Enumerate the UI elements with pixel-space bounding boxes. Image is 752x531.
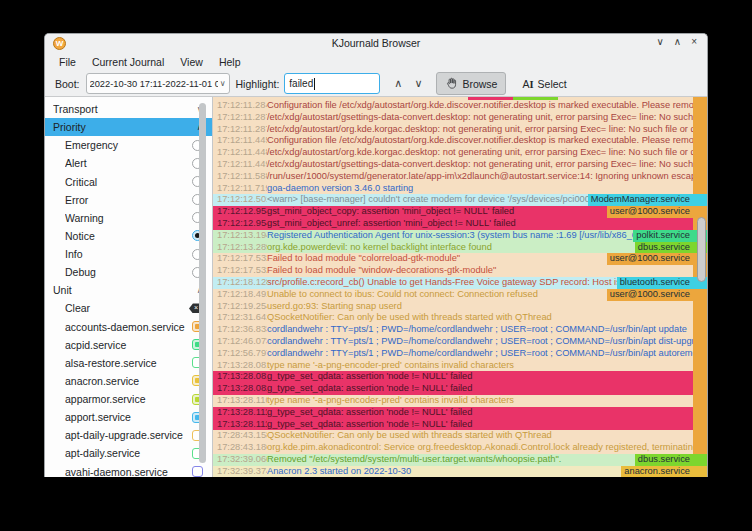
menu-item-help[interactable]: Help [211, 54, 249, 70]
log-entry[interactable]: 17:12:11.449/etc/xdg/autostart/gsettings… [213, 159, 707, 171]
log-entry[interactable]: 17:12:13.194Registered Authentication Ag… [213, 230, 707, 242]
unit-filter-anacron-service[interactable]: anacron.service [45, 372, 212, 390]
log-partial-row [213, 97, 707, 100]
priority-option-error[interactable]: Error [45, 191, 212, 209]
close-button[interactable]: × [691, 36, 697, 47]
sidebar-label: alsa-restore.service [65, 357, 192, 369]
browse-button[interactable]: Browse [436, 72, 506, 95]
log-entry[interactable]: 17:13:28.082g_type_set_qdata: assertion … [213, 383, 707, 395]
log-entry[interactable]: 17:13:28.110type name '-a-png-encoder-pr… [213, 395, 707, 407]
log-timestamp: 17:12:12.954 [213, 218, 267, 230]
unit-color-stripe [693, 442, 707, 454]
hand-icon [445, 77, 458, 90]
unit-filter-avahi-daemon-service[interactable]: avahi-daemon.service [45, 463, 212, 478]
log-entry[interactable]: 17:13:28.111g_type_set_qdata: assertion … [213, 407, 707, 419]
unit-filter-alsa-restore-service[interactable]: alsa-restore.service [45, 354, 212, 372]
sidebar-scrollbar[interactable] [199, 103, 206, 463]
log-timestamp: 17:12:17.532 [213, 265, 267, 277]
log-entry[interactable]: 17:12:11.284Configuration file /etc/xdg/… [213, 100, 707, 112]
log-entry[interactable]: 17:32:39.066Removed "/etc/systemd/system… [213, 454, 707, 466]
log-timestamp: 17:12:11.448 [213, 147, 267, 159]
log-entry[interactable]: 17:12:12.501<warn> [base-manager] couldn… [213, 194, 707, 206]
log-entry[interactable]: 17:28:43.186org.kde.pim.akonadicontrol: … [213, 442, 707, 454]
highlight-input[interactable]: failed [284, 73, 380, 94]
log-timestamp: 17:13:28.081 [213, 360, 267, 372]
unit-clear-button[interactable]: Clear× [45, 299, 212, 317]
sidebar-section-unit[interactable]: Unit∧ [45, 281, 212, 299]
log-entry[interactable]: 17:13:28.081type name '-a-png-encoder-pr… [213, 360, 707, 372]
log-entry[interactable]: 17:12:31.641QSocketNotifier: Can only be… [213, 312, 707, 324]
log-entry[interactable]: 17:12:12.954gst_mini_object_copy: assert… [213, 206, 707, 218]
sidebar-section-priority[interactable]: Priority∧ [45, 118, 212, 136]
log-message: Removed "/etc/systemd/system/multi-user.… [267, 454, 635, 466]
unit-checkbox[interactable] [192, 466, 203, 477]
unit-filter-apport-service[interactable]: apport.service [45, 408, 212, 426]
log-timestamp: 17:28:43.158 [213, 430, 267, 442]
priority-option-info[interactable]: Info [45, 245, 212, 263]
log-entry[interactable]: 17:12:13.289org.kde.powerdevil: no kerne… [213, 242, 707, 254]
priority-option-critical[interactable]: Critical [45, 173, 212, 191]
log-timestamp: 17:12:11.588 [213, 171, 267, 183]
unit-filter-apparmor-service[interactable]: apparmor.service [45, 390, 212, 408]
log-entry[interactable]: 17:12:36.833cordlandwehr : TTY=pts/1 ; P… [213, 324, 707, 336]
log-entry[interactable]: 17:12:11.445Configuration file /etc/xdg/… [213, 135, 707, 147]
unit-filter-acpid-service[interactable]: acpid.service [45, 336, 212, 354]
kjournald-window: W KJournald Browser ∨∧× FileCurrent Jour… [44, 33, 708, 477]
sidebar-section-transport[interactable]: Transport∨ [45, 100, 212, 118]
log-entry[interactable]: 17:12:18.491Unable to connect to ibus: C… [213, 289, 707, 301]
log-entry[interactable]: 17:12:11.287/etc/xdg/autostart/org.kde.k… [213, 124, 707, 136]
log-entry[interactable]: 17:32:39.374Anacron 2.3 started on 2022-… [213, 466, 707, 477]
unit-badge: user@1000.service [607, 253, 693, 265]
unit-filter-accounts-daemon-service[interactable]: accounts-daemon.service [45, 318, 212, 336]
log-timestamp: 17:12:17.532 [213, 253, 267, 265]
priority-option-emergency[interactable]: Emergency [45, 136, 212, 154]
log-message: cordlandwehr : TTY=pts/1 ; PWD=/home/cor… [267, 336, 693, 348]
unit-filter-apt-daily-upgrade-service[interactable]: apt-daily-upgrade.service [45, 426, 212, 444]
log-message: Anacron 2.3 started on 2022-10-30 [267, 466, 621, 477]
log-message: /etc/xdg/autostart/gsettings-data-conver… [267, 159, 693, 171]
highlight-input-value: failed [289, 78, 313, 89]
sidebar-label: apt-daily.service [65, 447, 192, 459]
select-button[interactable]: AI Select [514, 72, 574, 95]
log-entry[interactable]: 17:13:28.081g_type_set_qdata: assertion … [213, 371, 707, 383]
log-message: Configuration file /etc/xdg/autostart/or… [267, 135, 693, 147]
find-previous-button[interactable]: ∧ [394, 77, 402, 90]
priority-option-alert[interactable]: Alert [45, 154, 212, 172]
sidebar-label: Priority [53, 121, 197, 133]
minimize-button[interactable]: ∨ [657, 36, 664, 47]
menu-item-view[interactable]: View [172, 54, 211, 70]
log-entry[interactable]: 17:28:43.158QSocketNotifier: Can only be… [213, 430, 707, 442]
log-entry[interactable]: 17:12:17.532Failed to load module "windo… [213, 265, 707, 277]
log-message: userd.go:93: Starting snap userd [267, 301, 693, 313]
maximize-button[interactable]: ∧ [674, 36, 681, 47]
log-entry[interactable]: 17:13:28.111g_type_set_qdata: assertion … [213, 419, 707, 431]
log-entry[interactable]: 17:12:19.254userd.go:93: Starting snap u… [213, 301, 707, 313]
log-entry[interactable]: 17:12:17.532Failed to load module "color… [213, 253, 707, 265]
menu-item-current-journal[interactable]: Current Journal [84, 54, 172, 70]
log-entry[interactable]: 17:12:11.719goa-daemon version 3.46.0 st… [213, 183, 707, 195]
log-entry[interactable]: 17:12:18.128src/profile.c:record_cb() Un… [213, 277, 707, 289]
log-message: type name '-a-png-encoder-pred' contains… [267, 360, 693, 372]
log-entry[interactable]: 17:12:56.797cordlandwehr : TTY=pts/1 ; P… [213, 348, 707, 360]
priority-option-warning[interactable]: Warning [45, 209, 212, 227]
unit-badge: ModemManager.service [588, 194, 693, 206]
find-next-button[interactable]: ∨ [414, 77, 422, 90]
priority-option-debug[interactable]: Debug [45, 263, 212, 281]
unit-filter-apt-daily-service[interactable]: apt-daily.service [45, 444, 212, 462]
log-entry[interactable]: 17:12:11.287/etc/xdg/autostart/gsettings… [213, 112, 707, 124]
log-scrollbar[interactable] [697, 217, 706, 282]
titlebar[interactable]: W KJournald Browser ∨∧× [45, 34, 707, 53]
log-entry[interactable]: 17:12:11.448/etc/xdg/autostart/org.kde.k… [213, 147, 707, 159]
log-message: org.kde.pim.akonadicontrol: Service org.… [267, 442, 693, 454]
sidebar-label: apport.service [65, 411, 192, 423]
text-caret [314, 78, 315, 90]
log-entry[interactable]: 17:12:11.588/run/user/1000/systemd/gener… [213, 171, 707, 183]
log-entry[interactable]: 17:12:12.954gst_mini_object_unref: asser… [213, 218, 707, 230]
boot-combobox[interactable]: 2022-10-30 17:11-2022-11-01 09:51 [de0a4… [86, 73, 230, 94]
priority-option-notice[interactable]: Notice [45, 227, 212, 245]
log-message: Failed to load module "colorreload-gtk-m… [267, 253, 607, 265]
menu-item-file[interactable]: File [51, 54, 84, 70]
log-entry[interactable]: 17:12:46.073cordlandwehr : TTY=pts/1 ; P… [213, 336, 707, 348]
unit-badge: bluetooth.service [617, 277, 693, 289]
log-view: 17:12:11.284Configuration file /etc/xdg/… [212, 97, 707, 477]
